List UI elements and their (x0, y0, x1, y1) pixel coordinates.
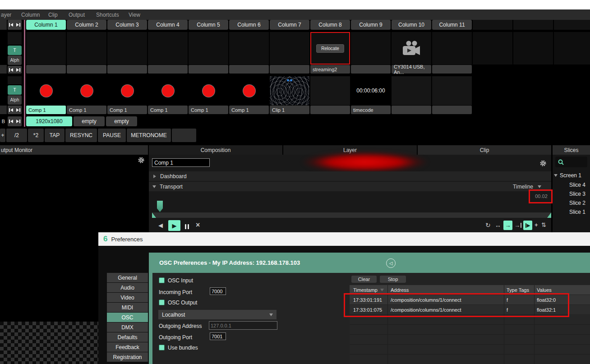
comp-clip-4[interactable] (148, 76, 188, 105)
play-to-end-icon[interactable]: → (514, 221, 521, 230)
col-header-values[interactable]: Values (537, 287, 552, 293)
slices-search-box[interactable] (555, 157, 587, 167)
bounce-mode-icon[interactable]: ↔ (495, 221, 501, 229)
composition-gear-icon[interactable] (539, 160, 547, 169)
column-button-11[interactable]: Column 11 (432, 20, 472, 30)
clip-label[interactable] (392, 106, 431, 114)
sidebar-item-registration[interactable]: Registration (107, 352, 148, 362)
split-duration-icon[interactable]: ⇅ (541, 221, 546, 228)
comp-label[interactable]: Comp 1 (148, 106, 188, 114)
slice-item-2[interactable]: Slice 2 (569, 200, 585, 206)
track-end-marker[interactable] (547, 212, 551, 218)
tab-composition[interactable]: Composition (149, 145, 282, 155)
column-button-7[interactable]: Column 7 (270, 20, 309, 30)
comp-clip-1[interactable] (26, 76, 66, 105)
clip-slot[interactable] (229, 32, 269, 65)
chevron-down-icon[interactable] (538, 185, 541, 188)
menu-item-column[interactable]: Column (21, 9, 40, 20)
column-button-5[interactable]: Column 5 (189, 20, 228, 30)
skip-prev-icon[interactable] (9, 23, 13, 27)
column-skip-buttons[interactable] (8, 20, 22, 30)
osc-output-checkbox[interactable] (159, 299, 165, 305)
groupb-skip-buttons[interactable] (8, 116, 22, 126)
outgoing-address-input[interactable] (209, 321, 277, 330)
prev-frame-button[interactable]: ◀ (158, 222, 163, 229)
layer2-t-toggle[interactable]: T (8, 85, 22, 95)
clip1-label[interactable]: Clip 1 (270, 106, 309, 114)
slice-item-4[interactable]: Slice 4 (569, 182, 585, 188)
monitor-gear-icon[interactable] (138, 157, 145, 166)
bpm-divide-button[interactable]: /2 (6, 129, 27, 142)
comp-label[interactable]: Comp 1 (107, 106, 147, 114)
sidebar-item-audio[interactable]: Audio (107, 283, 148, 292)
column-button-10[interactable]: Column 10 (392, 20, 431, 30)
metronome-button[interactable]: METRONOME (127, 129, 171, 142)
comp-clip-6[interactable] (229, 76, 269, 105)
column-button-3[interactable]: Column 3 (107, 20, 147, 30)
menu-item-output[interactable]: Output (69, 9, 85, 20)
clip-slot[interactable] (432, 32, 472, 65)
clip-label[interactable] (189, 65, 228, 74)
timecode-clip[interactable]: 00:00:06:00 (351, 76, 391, 105)
skip-prev-icon[interactable] (9, 68, 13, 72)
timecode-label[interactable]: timecode (351, 106, 391, 114)
clip-slot[interactable] (107, 32, 147, 65)
layer1-blendmode-alpha[interactable]: Alph (8, 55, 22, 65)
menu-item-shortcuts[interactable]: Shortcuts (96, 9, 119, 20)
clip-label[interactable] (148, 65, 188, 74)
speed-plus-icon[interactable]: + (535, 221, 538, 228)
column-button-1[interactable]: Column 1 (26, 20, 66, 30)
timeline-track[interactable] (152, 212, 551, 218)
osc-input-checkbox[interactable] (159, 277, 165, 283)
comp-label[interactable]: Comp 1 (67, 106, 106, 114)
preferences-titlebar[interactable]: 6 Preferences (98, 232, 590, 246)
camera-label[interactable]: CY3014 USB, An... (392, 65, 431, 74)
sidebar-item-osc[interactable]: OSC (107, 313, 148, 322)
bpm-plus-button[interactable]: + (0, 129, 5, 142)
sidebar-item-feedback[interactable]: Feedback (107, 342, 148, 352)
camera-clip[interactable] (392, 32, 431, 65)
layer1-t-toggle[interactable]: T (8, 46, 22, 55)
col-header-address[interactable]: Address (391, 287, 409, 293)
clip-slot[interactable] (432, 76, 472, 105)
skip-next-icon[interactable] (16, 108, 20, 112)
clip-label[interactable] (432, 106, 472, 114)
deck-empty-button-2[interactable]: empty (106, 116, 137, 126)
clip-label[interactable] (310, 106, 350, 114)
play-once-icon[interactable]: ▶ (523, 221, 532, 230)
use-bundles-checkbox[interactable] (159, 345, 165, 350)
comp-label[interactable]: Comp 1 (229, 106, 269, 114)
skip-prev-icon[interactable] (9, 108, 13, 112)
timeline-mode-dropdown[interactable]: Timeline (513, 184, 533, 190)
layer1-skip-buttons[interactable] (8, 66, 22, 74)
clip-label[interactable] (432, 65, 472, 74)
track-start-marker[interactable] (152, 212, 156, 218)
clip-slot[interactable] (392, 76, 431, 105)
skip-next-icon[interactable] (16, 68, 20, 72)
skip-prev-icon[interactable] (9, 120, 13, 123)
pause-bpm-button[interactable]: PAUSE (98, 129, 126, 142)
comp-clip-3[interactable] (107, 76, 147, 105)
screen-tree-item[interactable]: Screen 1 (554, 172, 581, 179)
comp-clip-2[interactable] (67, 76, 106, 105)
clip-slot[interactable] (310, 76, 350, 105)
back-button[interactable]: ◁ (386, 258, 396, 268)
clip-slot[interactable] (351, 32, 391, 65)
incoming-port-input[interactable] (210, 287, 226, 295)
output-device-dropdown[interactable]: Localhost (158, 310, 277, 319)
composition-name-input[interactable] (152, 158, 210, 167)
streaming2-clip-annotated[interactable]: Relocate (310, 32, 350, 65)
pause-button[interactable] (184, 223, 189, 231)
slice-item-3[interactable]: Slice 3 (569, 191, 585, 197)
menu-item-view[interactable]: View (129, 9, 140, 20)
layer2-skip-buttons[interactable] (8, 106, 22, 114)
column-button-9[interactable]: Column 9 (351, 20, 391, 30)
col-header-typetags[interactable]: Type Tags (507, 287, 529, 293)
clip-slot[interactable] (67, 32, 106, 65)
clip-slot[interactable] (189, 32, 228, 65)
loop-mode-icon[interactable]: ↻ (485, 221, 491, 229)
clip-slot[interactable] (148, 32, 188, 65)
menu-item-clip[interactable]: Clip (48, 9, 58, 20)
deck-empty-button-1[interactable]: empty (74, 116, 105, 126)
resync-button[interactable]: RESYNC (65, 129, 97, 142)
